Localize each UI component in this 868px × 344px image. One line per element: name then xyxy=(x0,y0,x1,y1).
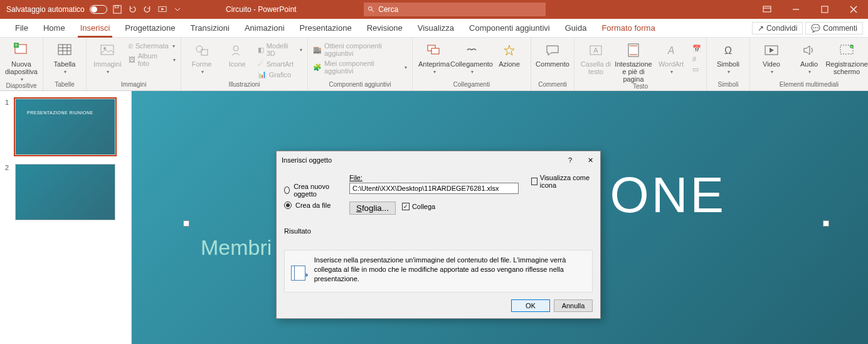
symbols-button[interactable]: ΩSimboli▾ xyxy=(711,41,746,75)
slideshow-icon[interactable] xyxy=(157,4,167,14)
comment-icon: 💬 xyxy=(811,24,820,33)
link-checkbox[interactable]: ✓Collega xyxy=(402,203,435,210)
slide-number-icon[interactable]: # xyxy=(691,55,702,63)
3d-models-button[interactable]: ◧Modelli 3D▾ xyxy=(257,41,304,58)
icons-icon xyxy=(228,41,246,59)
action-button[interactable]: Azione xyxy=(492,41,527,68)
smartart-button[interactable]: ☄SmartArt xyxy=(257,59,304,68)
tab-design[interactable]: Progettazione xyxy=(117,19,183,37)
tab-transitions[interactable]: Transizioni xyxy=(183,19,237,37)
addins-icon: 🧩 xyxy=(313,63,322,72)
comments-button[interactable]: 💬Commenti xyxy=(805,22,863,35)
undo-icon[interactable] xyxy=(127,4,137,14)
link-button[interactable]: Collegamento▾ xyxy=(454,41,489,75)
dialog-help-button[interactable]: ? xyxy=(565,156,575,164)
close-icon[interactable] xyxy=(839,0,868,19)
cube-icon: ◧ xyxy=(258,46,264,54)
checkbox-icon xyxy=(531,178,537,185)
images-icon xyxy=(98,41,116,59)
thumb-1-title: PRESENTAZIONE RIUNIONE xyxy=(27,110,93,115)
action-icon xyxy=(500,41,518,59)
ribbon-display-icon[interactable] xyxy=(753,0,781,19)
tab-view[interactable]: Visualizza xyxy=(410,19,462,37)
svg-text:A: A xyxy=(593,46,598,54)
get-addins-button[interactable]: 🏬Ottieni componenti aggiuntivi xyxy=(312,41,408,58)
result-label: Risultato xyxy=(284,227,593,235)
tab-insert[interactable]: Inserisci xyxy=(73,19,118,37)
photo-album-button[interactable]: 🖼Album foto▾ xyxy=(127,51,177,68)
table-button[interactable]: Tabella▾ xyxy=(47,41,82,75)
menu-bar: File Home Inserisci Progettazione Transi… xyxy=(0,19,868,38)
video-button[interactable]: Video▾ xyxy=(754,41,789,75)
slide-thumbnail-panel: 1 PRESENTAZIONE RIUNIONE 2 xyxy=(0,91,132,344)
share-button[interactable]: ↗Condividi xyxy=(752,22,803,35)
screenshot-button[interactable]: ⎚Schermata▾ xyxy=(127,41,177,50)
tab-slideshow[interactable]: Presentazione xyxy=(292,19,359,37)
radio-create-from-file[interactable]: Crea da file xyxy=(284,202,337,209)
tab-animations[interactable]: Animazioni xyxy=(237,19,292,37)
chart-icon: 📊 xyxy=(258,70,267,78)
zoom-button[interactable]: Anteprima▾ xyxy=(416,41,452,75)
icons-button[interactable]: Icone xyxy=(221,41,254,68)
svg-marker-26 xyxy=(504,45,514,55)
shapes-button[interactable]: Forme▾ xyxy=(185,41,218,75)
file-path-input[interactable] xyxy=(349,183,519,194)
tab-help[interactable]: Guida xyxy=(558,19,595,37)
smartart-icon: ☄ xyxy=(258,60,264,68)
qat-more-icon[interactable] xyxy=(172,4,183,14)
minimize-icon[interactable] xyxy=(781,0,810,19)
slide-subtitle-text[interactable]: Membri xyxy=(201,235,272,260)
dialog-titlebar[interactable]: Inserisci oggetto ? ✕ xyxy=(277,151,600,169)
object-icon[interactable]: ▭ xyxy=(691,65,702,74)
link-icon xyxy=(463,41,480,59)
date-time-icon[interactable]: 📅 xyxy=(691,44,702,53)
tab-file[interactable]: File xyxy=(8,19,36,37)
chart-button[interactable]: 📊Grafico xyxy=(257,70,304,79)
tab-review[interactable]: Revisione xyxy=(359,19,410,37)
browse-button[interactable]: Sfoglia... xyxy=(349,202,396,215)
wordart-icon: A xyxy=(662,41,680,59)
omega-icon: Ω xyxy=(719,41,737,59)
save-icon[interactable] xyxy=(112,4,122,14)
wordart-button[interactable]: AWordArt▾ xyxy=(654,41,689,75)
title-bar: Salvataggio automatico Circuito - PowerP… xyxy=(0,0,868,19)
my-addins-button[interactable]: 🧩Miei componenti aggiuntivi▾ xyxy=(312,59,408,75)
group-slides-label: Diapositive xyxy=(4,82,39,90)
slide-thumbnail-1[interactable]: PRESENTAZIONE RIUNIONE xyxy=(15,99,115,155)
search-input[interactable] xyxy=(378,5,542,14)
header-footer-button[interactable]: Intestazione e piè di pagina xyxy=(616,41,651,83)
selection-handle[interactable] xyxy=(823,220,829,227)
new-slide-button[interactable]: + Nuova diapositiva▾ xyxy=(4,41,39,82)
radio-icon xyxy=(284,186,290,194)
table-icon xyxy=(56,41,73,59)
radio-create-new[interactable]: Crea nuovo oggetto xyxy=(284,183,337,198)
audio-button[interactable]: Audio▾ xyxy=(791,41,827,75)
svg-text:A: A xyxy=(667,45,675,56)
display-as-icon-checkbox[interactable]: Visualizza come icona xyxy=(531,174,593,189)
images-button[interactable]: Immagini▾ xyxy=(90,41,125,75)
tab-addins[interactable]: Componenti aggiuntivi xyxy=(462,19,558,37)
svg-rect-25 xyxy=(431,48,439,54)
maximize-icon[interactable] xyxy=(810,0,839,19)
screen-recording-button[interactable]: +Registrazione schermo xyxy=(829,41,864,75)
comment-button[interactable]: Commento xyxy=(535,41,570,68)
slide-thumbnail-2[interactable] xyxy=(15,164,115,220)
tab-home[interactable]: Home xyxy=(36,19,73,37)
group-links-label: Collegamenti xyxy=(416,81,527,89)
selection-handle[interactable] xyxy=(183,220,189,227)
search-box[interactable] xyxy=(364,3,546,16)
album-icon: 🖼 xyxy=(129,56,135,63)
cancel-button[interactable]: Annulla xyxy=(554,299,593,312)
header-footer-icon xyxy=(625,41,642,59)
ok-button[interactable]: OK xyxy=(511,299,550,312)
tab-shape-format[interactable]: Formato forma xyxy=(594,19,662,37)
group-images-label: Immagini xyxy=(90,81,177,89)
ribbon: + Nuova diapositiva▾ Diapositive Tabella… xyxy=(0,38,868,91)
autosave-toggle[interactable] xyxy=(90,5,107,14)
textbox-button[interactable]: ACasella di testo xyxy=(578,41,613,75)
dialog-close-button[interactable]: ✕ xyxy=(585,156,595,164)
redo-icon[interactable] xyxy=(142,4,152,14)
svg-rect-0 xyxy=(114,6,121,13)
slide-2-number: 2 xyxy=(5,164,11,220)
group-text-label: Testo xyxy=(578,83,702,91)
